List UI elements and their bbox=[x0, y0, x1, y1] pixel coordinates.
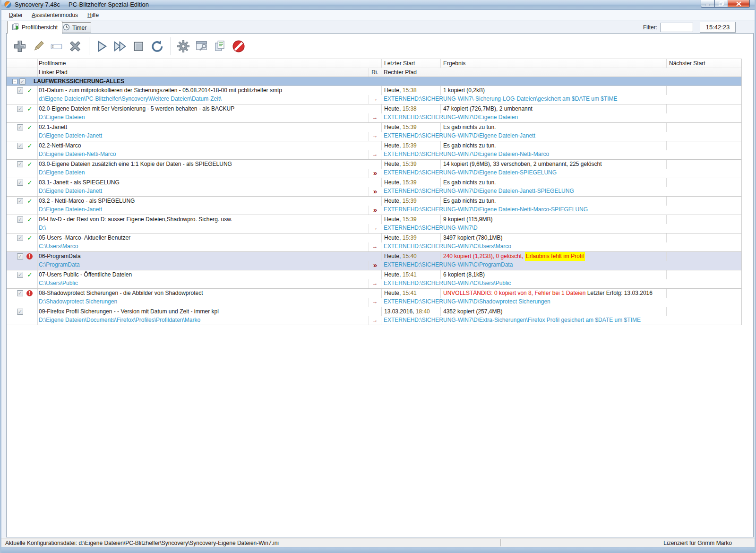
last-start-day: Heute, bbox=[384, 105, 403, 112]
run-all-profiles-button[interactable] bbox=[112, 37, 129, 55]
timer-clock-icon bbox=[63, 24, 70, 32]
header-controls bbox=[7, 59, 37, 68]
profile-row[interactable]: ✓ ✓ 02.1-Janett Heute, 15:39 Es gab nich… bbox=[7, 122, 741, 141]
close-button[interactable] bbox=[728, 0, 750, 8]
result-text: 3497 kopiert (780,1MB) bbox=[443, 234, 502, 241]
profile-checkbox[interactable]: ✓ bbox=[17, 161, 23, 167]
profile-row[interactable]: ✓ ✓ 03.2 - Netti-Marco - als SPIEGELUNG … bbox=[7, 196, 741, 215]
tab-profile-overview[interactable]: Profilübersicht bbox=[7, 21, 62, 34]
title-bar: Syncovery 7.48cPC-Blitzhelfer Spezial-Ed… bbox=[1, 0, 755, 10]
header-profilname[interactable]: Profilname bbox=[37, 59, 381, 68]
profile-row[interactable]: ✓ ✓ 03.1- Janett - als SPIEGELUNG Heute,… bbox=[7, 178, 741, 196]
header-naechster-start[interactable]: Nächster Start bbox=[666, 59, 741, 68]
status-error-icon: ! bbox=[26, 253, 33, 259]
menu-item-hilfe[interactable]: Hilfe bbox=[84, 11, 103, 19]
result-text: 6 kopiert (8,1kB) bbox=[443, 271, 485, 278]
profile-checkbox[interactable]: ✓ bbox=[17, 235, 23, 241]
last-start-cell: Heute, 15:41 bbox=[381, 289, 440, 298]
last-start-day: Heute, bbox=[384, 161, 403, 167]
profile-name: 06-ProgramData bbox=[37, 252, 381, 261]
profile-checkbox[interactable]: ✓ bbox=[17, 216, 23, 223]
status-ok-icon: ✓ bbox=[26, 215, 33, 224]
tab-label: Profilübersicht bbox=[22, 24, 58, 31]
next-start-cell bbox=[666, 123, 741, 132]
header-linker-pfad[interactable]: Linker Pfad bbox=[37, 68, 369, 77]
right-path: EXTERNEHD:\SICHERUNG-WIN7\D\Eigene Datei… bbox=[381, 169, 741, 178]
last-start-time: 15:39 bbox=[403, 124, 417, 130]
profile-name: 02.1-Janett bbox=[37, 123, 381, 132]
profile-checkbox[interactable]: ✓ bbox=[17, 290, 23, 296]
profile-row[interactable]: ✓ 09-Firefox Profil Sicherungen - - Vers… bbox=[7, 307, 741, 325]
left-path: C:\Users\Public bbox=[37, 279, 369, 288]
result-cell: UNVOLLSTÄNDIG: 0 kopiert von 8, Fehler b… bbox=[440, 289, 666, 298]
right-path: EXTERNEHD:\SICHERUNG-WIN7\D bbox=[381, 224, 741, 233]
profile-checkbox[interactable]: ✓ bbox=[17, 143, 23, 149]
profile-checkbox[interactable]: ✓ bbox=[17, 124, 23, 130]
no-entry-icon bbox=[232, 39, 246, 53]
last-start-day: Heute, bbox=[384, 216, 403, 223]
rename-profile-button[interactable] bbox=[48, 37, 65, 55]
restore-button[interactable] bbox=[715, 0, 728, 8]
status-ok-icon: ✓ bbox=[26, 270, 33, 279]
profile-checkbox[interactable]: ✓ bbox=[17, 253, 23, 259]
profile-checkbox[interactable]: ✓ bbox=[17, 198, 23, 204]
result-cell: 240 kopiert (1,2GB), 0 gelöscht, Erlaubn… bbox=[440, 252, 666, 261]
collapse-expander-icon[interactable]: − bbox=[12, 79, 17, 84]
profile-row[interactable]: ✓ ✓ 01-Datum - zum mitprotokollieren der… bbox=[7, 86, 741, 104]
group-row[interactable]: − ✓ LAUFWERKSSICHERUNG-ALLES bbox=[7, 77, 741, 86]
menu-item-datei[interactable]: Datei bbox=[5, 11, 26, 19]
profile-checkbox[interactable]: ✓ bbox=[17, 180, 23, 186]
group-checkbox[interactable]: ✓ bbox=[19, 78, 26, 85]
stop-button[interactable] bbox=[130, 37, 147, 55]
profile-checkbox[interactable]: ✓ bbox=[17, 309, 23, 315]
app-window: Syncovery 7.48cPC-Blitzhelfer Spezial-Ed… bbox=[0, 0, 756, 553]
last-start-cell: Heute, 15:38 bbox=[381, 104, 440, 113]
next-start-cell bbox=[666, 252, 741, 261]
profile-row[interactable]: ✓ ✓ 05-Users -Marco- Aktueller Benutzer … bbox=[7, 233, 741, 251]
left-path: D:\ bbox=[37, 224, 369, 233]
minimize-button[interactable] bbox=[701, 0, 715, 8]
right-path: EXTERNEHD:\SICHERUNG-WIN7\C\Users\Marco bbox=[381, 242, 741, 251]
preview-button[interactable] bbox=[193, 37, 210, 55]
profile-row[interactable]: ✓ ✓ 03.0-Eigene Dateien zusätzlich eine … bbox=[7, 159, 741, 178]
abort-all-button[interactable] bbox=[230, 37, 247, 55]
menu-item-assistentenmodus[interactable]: Assistentenmodus bbox=[28, 11, 82, 19]
header-ergebnis[interactable]: Ergebnis bbox=[440, 59, 666, 68]
header-ri[interactable]: Ri. bbox=[369, 68, 381, 77]
header-rechter-pfad[interactable]: Rechter Pfad bbox=[381, 68, 741, 77]
copy-log-button[interactable] bbox=[212, 37, 229, 55]
direction-arrow-icon: → bbox=[369, 150, 381, 159]
last-start-time: 15:41 bbox=[403, 290, 417, 296]
profile-row[interactable]: ✓ ✓ 02.0-Eigene Dateien mit 5er Versioni… bbox=[7, 104, 741, 122]
profile-name: 01-Datum - zum mitprotokollieren der Sic… bbox=[37, 86, 381, 95]
direction-arrow-icon: → bbox=[369, 132, 381, 141]
last-start-cell: Heute, 15:39 bbox=[381, 160, 440, 169]
profile-checkbox[interactable]: ✓ bbox=[17, 106, 23, 112]
profile-name: 02.0-Eigene Dateien mit 5er Versionierun… bbox=[37, 104, 381, 113]
profile-row[interactable]: ✓ ! 08-Shadowprotect Sicherungen - die A… bbox=[7, 288, 741, 307]
settings-button[interactable] bbox=[175, 37, 192, 55]
header-letzter-start[interactable]: Letzter Start bbox=[381, 59, 440, 68]
next-start-cell bbox=[666, 86, 741, 95]
left-path: D:\Eigene Dateien bbox=[37, 169, 369, 178]
result-cell: Es gab nichts zu tun. bbox=[440, 141, 666, 150]
tab-timer[interactable]: Timer bbox=[58, 22, 91, 33]
next-start-cell bbox=[666, 104, 741, 113]
reload-button[interactable] bbox=[148, 37, 165, 55]
profile-row[interactable]: ✓ ✓ 02.2-Netti-Marco Heute, 15:39 Es gab… bbox=[7, 141, 741, 159]
profile-checkbox[interactable]: ✓ bbox=[17, 272, 23, 278]
edit-profile-button[interactable] bbox=[30, 37, 47, 55]
add-profile-button[interactable] bbox=[11, 37, 28, 55]
profile-row[interactable]: ✓ ! 06-ProgramData Heute, 15:40 240 kopi… bbox=[7, 251, 741, 270]
profile-row[interactable]: ✓ ✓ 07-Users Public - Öffentliche Dateie… bbox=[7, 270, 741, 288]
profile-row[interactable]: ✓ ✓ 04-Lfw-D - der Rest von D: ausser Ei… bbox=[7, 215, 741, 233]
toolbar-separator bbox=[89, 37, 89, 55]
profile-checkbox[interactable]: ✓ bbox=[17, 87, 23, 94]
profile-name: 04-Lfw-D - der Rest von D: ausser Eigene… bbox=[37, 215, 381, 224]
run-profile-button[interactable] bbox=[93, 37, 110, 55]
result-text: Es gab nichts zu tun. bbox=[443, 124, 496, 130]
next-start-cell bbox=[666, 270, 741, 279]
filter-input[interactable] bbox=[660, 23, 693, 32]
table-header: Profilname Letzter Start Ergebnis Nächst… bbox=[7, 59, 741, 77]
delete-profile-button[interactable] bbox=[67, 37, 84, 55]
